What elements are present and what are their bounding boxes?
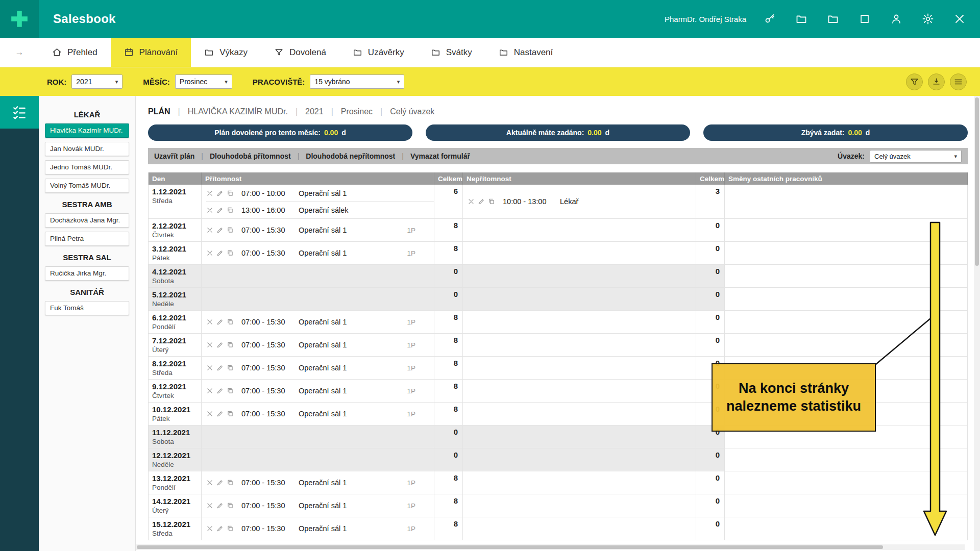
tab-svatky[interactable]: Svátky bbox=[418, 38, 485, 67]
day-cell[interactable]: 11.12.2021Sobota bbox=[149, 425, 202, 448]
person-icon[interactable] bbox=[890, 13, 902, 25]
presence-cell[interactable] bbox=[202, 265, 434, 288]
square-icon[interactable] bbox=[859, 13, 871, 25]
menu-circle-button[interactable] bbox=[950, 73, 967, 90]
absence-cell[interactable] bbox=[463, 380, 696, 403]
presence-cell[interactable] bbox=[202, 288, 434, 311]
tab-nastaveni[interactable]: Nastavení bbox=[485, 38, 567, 67]
close-icon[interactable] bbox=[953, 13, 966, 25]
tab-planovani[interactable]: Plánování bbox=[111, 38, 191, 67]
absence-cell[interactable] bbox=[463, 242, 696, 265]
expand-arrow-icon[interactable]: → bbox=[0, 38, 39, 67]
absence-cell[interactable] bbox=[463, 357, 696, 380]
absence-cell[interactable] bbox=[463, 265, 696, 288]
absence-cell[interactable]: 10:00 - 13:00Lékař bbox=[463, 185, 696, 219]
other-workers-cell[interactable] bbox=[725, 265, 968, 288]
edit-entry-icon[interactable] bbox=[216, 410, 224, 417]
other-workers-cell[interactable] bbox=[725, 311, 968, 334]
day-cell[interactable]: 12.12.2021Neděle bbox=[149, 448, 202, 471]
day-cell[interactable]: 5.12.2021Neděle bbox=[149, 288, 202, 311]
copy-entry-icon[interactable] bbox=[227, 387, 234, 394]
staff-item-jan-novak-mudr[interactable]: Jan Novák MUDr. bbox=[45, 142, 129, 156]
other-workers-cell[interactable] bbox=[725, 448, 968, 471]
day-cell[interactable]: 3.12.2021Pátek bbox=[149, 242, 202, 265]
other-workers-cell[interactable] bbox=[725, 471, 968, 494]
presence-cell[interactable]: 07:00 - 15:30Operační sál 11P bbox=[202, 334, 434, 357]
absence-cell[interactable] bbox=[463, 517, 696, 540]
delete-entry-icon[interactable] bbox=[206, 190, 213, 197]
staff-item-fuk-tomas[interactable]: Fuk Tomáš bbox=[45, 301, 129, 315]
day-cell[interactable]: 10.12.2021Pátek bbox=[149, 403, 202, 425]
presence-cell[interactable]: 07:00 - 15:30Operační sál 11P bbox=[202, 380, 434, 403]
month-select[interactable]: Prosinec ▾ bbox=[175, 74, 232, 89]
delete-entry-icon[interactable] bbox=[206, 502, 213, 509]
delete-entry-icon[interactable] bbox=[206, 227, 213, 234]
absence-cell[interactable] bbox=[463, 425, 696, 448]
day-cell[interactable]: 9.12.2021Čtvrtek bbox=[149, 380, 202, 403]
key-icon[interactable] bbox=[764, 13, 776, 25]
presence-cell[interactable]: 07:00 - 15:30Operační sál 11P bbox=[202, 242, 434, 265]
dlouhodoba-pritomnost-button[interactable]: Dlouhodobá přítomnost bbox=[210, 152, 291, 160]
absence-cell[interactable] bbox=[463, 311, 696, 334]
presence-cell[interactable]: 07:00 - 15:30Operační sál 11P bbox=[202, 403, 434, 425]
other-workers-cell[interactable] bbox=[725, 185, 968, 219]
absence-cell[interactable] bbox=[463, 471, 696, 494]
day-cell[interactable]: 14.12.2021Úterý bbox=[149, 494, 202, 517]
delete-entry-icon[interactable] bbox=[206, 387, 213, 394]
copy-entry-icon[interactable] bbox=[227, 502, 234, 509]
vertical-scrollbar-thumb[interactable] bbox=[975, 97, 979, 266]
copy-entry-icon[interactable] bbox=[227, 227, 234, 234]
edit-entry-icon[interactable] bbox=[216, 387, 224, 394]
copy-entry-icon[interactable] bbox=[227, 410, 234, 417]
presence-cell[interactable]: 07:00 - 15:30Operační sál 11P bbox=[202, 357, 434, 380]
presence-cell[interactable]: 07:00 - 15:30Operační sál 11P bbox=[202, 517, 434, 540]
copy-entry-icon[interactable] bbox=[227, 341, 234, 348]
edit-entry-icon[interactable] bbox=[216, 249, 224, 257]
delete-entry-icon[interactable] bbox=[206, 318, 213, 325]
other-workers-cell[interactable] bbox=[725, 288, 968, 311]
folder-icon[interactable] bbox=[795, 13, 807, 25]
checklist-button[interactable] bbox=[0, 96, 39, 129]
presence-cell[interactable]: 07:00 - 15:30Operační sál 11P bbox=[202, 494, 434, 517]
staff-item-pilna-petra[interactable]: Pilná Petra bbox=[45, 232, 129, 246]
uvazek-select[interactable]: Celý úvazek ▾ bbox=[870, 150, 962, 163]
copy-entry-icon[interactable] bbox=[227, 525, 234, 532]
tab-dovolena[interactable]: Dovolená bbox=[261, 38, 339, 67]
edit-entry-icon[interactable] bbox=[216, 525, 224, 532]
absence-cell[interactable] bbox=[463, 288, 696, 311]
app-logo[interactable] bbox=[0, 0, 39, 38]
copy-entry-icon[interactable] bbox=[227, 364, 234, 371]
staff-item-dochazkova-jana-mgr[interactable]: Docházková Jana Mgr. bbox=[45, 213, 129, 228]
gear-icon[interactable] bbox=[922, 13, 934, 25]
other-workers-cell[interactable] bbox=[725, 517, 968, 540]
other-workers-cell[interactable] bbox=[725, 219, 968, 242]
dlouhodoba-nepritomnost-button[interactable]: Dlouhodobá nepřítomnost bbox=[306, 152, 395, 160]
horizontal-scrollbar[interactable] bbox=[136, 544, 965, 550]
absence-cell[interactable] bbox=[463, 494, 696, 517]
staff-item-jedno-tomas-mudr[interactable]: Jedno Tomáš MUDr. bbox=[45, 160, 129, 174]
presence-cell[interactable]: 07:00 - 15:30Operační sál 11P bbox=[202, 471, 434, 494]
tab-vykazy[interactable]: Výkazy bbox=[191, 38, 261, 67]
workplace-select[interactable]: 15 vybráno ▾ bbox=[310, 74, 404, 89]
day-cell[interactable]: 15.12.2021Středa bbox=[149, 517, 202, 540]
delete-entry-icon[interactable] bbox=[206, 249, 213, 257]
edit-entry-icon[interactable] bbox=[216, 502, 224, 509]
day-cell[interactable]: 13.12.2021Pondělí bbox=[149, 471, 202, 494]
day-cell[interactable]: 2.12.2021Čtvrtek bbox=[149, 219, 202, 242]
delete-entry-icon[interactable] bbox=[468, 198, 475, 205]
delete-entry-icon[interactable] bbox=[206, 410, 213, 417]
presence-cell[interactable]: 07:00 - 15:30Operační sál 11P bbox=[202, 219, 434, 242]
other-workers-cell[interactable] bbox=[725, 494, 968, 517]
staff-item-rucicka-jirka-mgr[interactable]: Ručička Jirka Mgr. bbox=[45, 266, 129, 281]
tab-uzaverky[interactable]: Uzávěrky bbox=[339, 38, 418, 67]
copy-entry-icon[interactable] bbox=[227, 207, 234, 214]
edit-entry-icon[interactable] bbox=[216, 207, 224, 214]
uzavrit-plan-button[interactable]: Uzavřít plán bbox=[154, 152, 194, 160]
day-cell[interactable]: 1.12.2021Středa bbox=[149, 185, 202, 219]
other-workers-cell[interactable] bbox=[725, 334, 968, 357]
vymazat-formular-button[interactable]: Vymazat formulář bbox=[410, 152, 470, 160]
absence-cell[interactable] bbox=[463, 334, 696, 357]
presence-cell[interactable] bbox=[202, 425, 434, 448]
staff-item-volny-tomas-mudr[interactable]: Volný Tomáš MUDr. bbox=[45, 179, 129, 193]
day-cell[interactable]: 4.12.2021Sobota bbox=[149, 265, 202, 288]
